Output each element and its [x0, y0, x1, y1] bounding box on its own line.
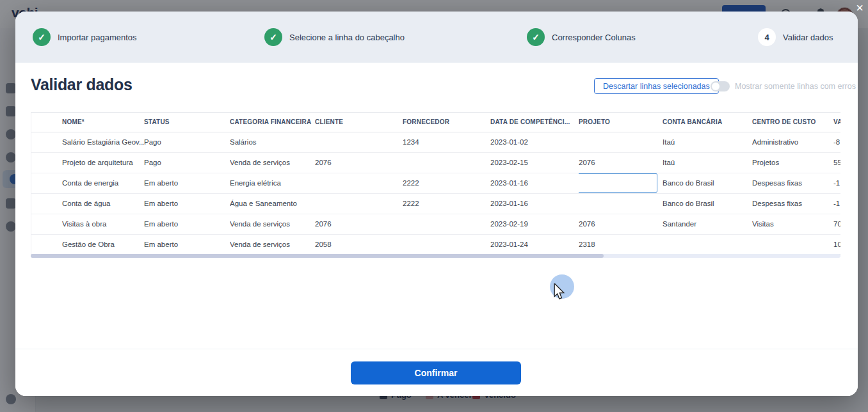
cursor-pointer [553, 283, 565, 303]
cell-cliente [315, 132, 403, 152]
cell-cliente [315, 193, 403, 214]
cell-nome: Conta de água [62, 193, 144, 214]
page-title: Validar dados [31, 75, 133, 94]
cell-status: Em aberto [144, 214, 230, 234]
table-header-row: NOME* STATUS CATEGORIA FINANCEIRA CLIENT… [31, 113, 840, 132]
col-status: STATUS [144, 113, 230, 132]
cell-centro: Despesas fixas [752, 193, 833, 214]
col-valor: VA [833, 113, 840, 132]
step-number: 4 [758, 28, 776, 46]
confirm-button[interactable]: Confirmar [351, 361, 521, 384]
step-corresponder-colunas[interactable]: ✓ Corresponder Colunas [527, 28, 636, 46]
cell-status: Em aberto [144, 193, 230, 214]
cell-categoria: Venda de serviços [230, 152, 315, 173]
show-only-errors-label: Mostrar somente linhas com erros [735, 82, 856, 91]
cell-categoria: Venda de serviços [230, 214, 315, 234]
cell-centro: Administrativo [752, 132, 833, 152]
cell-nome: Salário Estagiária Geov... [62, 132, 144, 152]
table-row[interactable]: Conta de energia Em aberto Energia elétr… [31, 173, 840, 193]
col-categoria-financeira: CATEGORIA FINANCEIRA [230, 113, 315, 132]
discard-selected-rows-button[interactable]: Descartar linhas selecionadas [594, 78, 719, 94]
step-label: Validar dados [783, 33, 833, 42]
cell-nome: Visitas à obra [62, 214, 144, 234]
modal-footer: Confirmar [15, 349, 858, 396]
cell-categoria: Água e Saneamento [230, 193, 315, 214]
show-only-errors-toggle[interactable] [711, 81, 730, 91]
cell-conta: Banco do Brasil [663, 193, 752, 214]
projeto-input[interactable] [579, 173, 657, 193]
cell-categoria: Venda de serviços [230, 234, 315, 255]
horizontal-scrollbar-track[interactable] [31, 254, 840, 258]
col-conta-bancaria: CONTA BANCÁRIA [663, 113, 752, 132]
cell-nome: Conta de energia [62, 173, 144, 193]
cell-valor: 10 [833, 234, 840, 255]
wizard-stepper: ✓ Importar pagamentos ✓ Selecione a linh… [15, 12, 858, 63]
col-cliente: CLIENTE [315, 113, 403, 132]
cell-valor: -1 [833, 173, 840, 193]
cell-valor: -1 [833, 193, 840, 214]
cell-centro: Projetos [752, 152, 833, 173]
table-row[interactable]: Gestão de Obra Em aberto Venda de serviç… [31, 234, 840, 255]
step-importar-pagamentos[interactable]: ✓ Importar pagamentos [33, 28, 137, 46]
cell-fornecedor: 2222 [403, 193, 490, 214]
cell-valor: -8 [833, 132, 840, 152]
col-fornecedor: FORNECEDOR [403, 113, 490, 132]
cell-fornecedor [403, 152, 490, 173]
cell-conta: Itaú [663, 152, 752, 173]
cell-status: Em aberto [144, 234, 230, 255]
cell-data: 2023-01-24 [490, 234, 579, 255]
table-row[interactable]: Projeto de arquitetura Pago Venda de ser… [31, 152, 840, 173]
cell-projeto: 2318 [579, 234, 663, 255]
step-label: Corresponder Colunas [552, 33, 636, 42]
cell-projeto [579, 173, 663, 193]
cell-data: 2023-01-02 [490, 132, 579, 152]
toggle-knob [712, 83, 719, 90]
cell-valor: 55 [833, 152, 840, 173]
cell-projeto: 2076 [579, 214, 663, 234]
cell-data: 2023-02-19 [490, 214, 579, 234]
cell-categoria: Salários [230, 132, 315, 152]
cell-data: 2023-01-16 [490, 193, 579, 214]
step-selecione-cabecalho[interactable]: ✓ Selecione a linha do cabeçalho [264, 28, 405, 46]
cell-fornecedor: 1234 [403, 132, 490, 152]
step-label: Selecione a linha do cabeçalho [289, 33, 405, 42]
cell-conta: Itaú [663, 132, 752, 152]
horizontal-scrollbar-thumb[interactable] [31, 254, 604, 258]
cell-projeto: 2076 [579, 152, 663, 173]
table-row[interactable]: Visitas à obra Em aberto Venda de serviç… [31, 214, 840, 234]
table-row[interactable]: Salário Estagiária Geov... Pago Salários… [31, 132, 840, 152]
cell-nome: Projeto de arquitetura [62, 152, 144, 173]
cell-projeto [579, 193, 663, 214]
cell-cliente: 2076 [315, 152, 403, 173]
check-icon: ✓ [33, 28, 51, 46]
cell-conta: Banco do Brasil [663, 173, 752, 193]
col-nome: NOME* [62, 113, 144, 132]
cell-fornecedor [403, 214, 490, 234]
screen: vobi Pago A vencer [0, 0, 868, 412]
step-validar-dados[interactable]: 4 Validar dados [758, 28, 833, 46]
import-wizard-modal: ✓ Importar pagamentos ✓ Selecione a linh… [15, 12, 858, 396]
close-icon[interactable]: × [853, 1, 866, 14]
cell-projeto [579, 132, 663, 152]
col-data-competencia: DATA DE COMPETÊNCI... [490, 113, 579, 132]
cell-fornecedor: 2222 [403, 173, 490, 193]
col-projeto: PROJETO [579, 113, 663, 132]
check-icon: ✓ [527, 28, 545, 46]
cell-categoria: Energia elétrica [230, 173, 315, 193]
cell-cliente [315, 173, 403, 193]
cell-data: 2023-02-15 [490, 152, 579, 173]
cell-centro [752, 234, 833, 255]
cell-nome: Gestão de Obra [62, 234, 144, 255]
cell-status: Pago [144, 152, 230, 173]
cell-fornecedor [403, 234, 490, 255]
table-row[interactable]: Conta de água Em aberto Água e Saneament… [31, 193, 840, 214]
col-centro-de-custo: CENTRO DE CUSTO [752, 113, 833, 132]
cell-data: 2023-01-16 [490, 173, 579, 193]
select-column-header [31, 113, 62, 132]
cell-cliente: 2058 [315, 234, 403, 255]
cell-status: Pago [144, 132, 230, 152]
check-icon: ✓ [264, 28, 282, 46]
cell-status: Em aberto [144, 173, 230, 193]
step-label: Importar pagamentos [58, 33, 137, 42]
cell-centro: Visitas [752, 214, 833, 234]
